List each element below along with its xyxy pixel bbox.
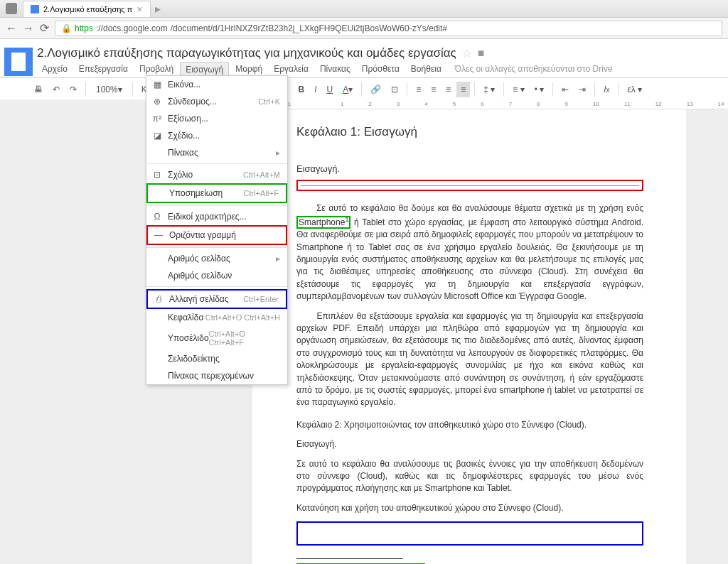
undo-button[interactable]: ↶ <box>48 82 64 97</box>
align-left-button[interactable]: ≡ <box>412 82 425 97</box>
page-break-highlight <box>296 521 643 546</box>
menu-table[interactable]: Πίνακας <box>315 62 355 77</box>
italic-button[interactable]: I <box>310 82 321 97</box>
paragraph: Σε αυτό το κεφάλαιο θα αναλύσουμε τις βα… <box>296 458 643 495</box>
horizontal-rule-highlight <box>296 180 643 191</box>
menu-file[interactable]: Αρχείο <box>37 62 73 77</box>
bold-button[interactable]: B <box>294 82 309 97</box>
menu-item-εικνα[interactable]: ▦Εικόνα... <box>146 76 287 93</box>
menu-item-ειδικοχαρακτρες[interactable]: ΩΕιδικοί χαρακτήρες... <box>146 208 287 225</box>
document-title[interactable]: 2.Λογισμικό επαύξησης παραγωγικότητας γι… <box>37 46 456 60</box>
menu-item-σχδιο[interactable]: ◪Σχέδιο... <box>146 127 287 144</box>
back-button[interactable]: ← <box>6 22 17 35</box>
browser-tab[interactable]: 2.Λογισμικό επαύξησης π × <box>23 1 151 17</box>
menu-edit[interactable]: Επεξεργασία <box>74 62 133 77</box>
print-button[interactable]: 🖶 <box>30 82 47 97</box>
tab-title: 2.Λογισμικό επαύξησης π <box>43 5 132 13</box>
menu-item-αριθμςσελδας[interactable]: Αριθμός σελίδας▸ <box>146 250 287 267</box>
menu-item-αλλαγσελδας[interactable]: ⎙Αλλαγή σελίδαςCtrl+Enter <box>146 289 287 309</box>
menu-item-κεφαλδα[interactable]: ΚεφαλίδαCtrl+Alt+O Ctrl+Alt+H <box>146 309 287 326</box>
tab-close-icon[interactable]: × <box>136 4 142 15</box>
link-button[interactable]: 🔗 <box>366 82 385 97</box>
toolbar: 🖶 ↶ ↷ 100% ▾ Κα B I U A ▾ 🔗 ⊡ ≡ ≡ ≡ ≡ ‡ … <box>0 77 728 102</box>
favicon <box>31 5 39 13</box>
browser-nav-bar: ← → ⟳ 🔒 https://docs.google.com/document… <box>0 18 728 39</box>
docs-header: 2.Λογισμικό επαύξησης παραγωγικότητας γι… <box>0 39 728 77</box>
paragraph: Επιπλέον θα εξετάσουμε εργαλεία και εφαρ… <box>296 310 643 409</box>
address-bar[interactable]: 🔒 https://docs.google.com/document/d/1Hr… <box>55 21 722 36</box>
align-justify-button[interactable]: ≡ <box>456 82 470 97</box>
browser-tab-strip: 2.Λογισμικό επαύξησης π × ▸ <box>0 0 728 18</box>
menu-item-πνακαςπεριεχομνων[interactable]: Πίνακας περιεχομένων <box>146 367 287 384</box>
insert-menu-dropdown: ▦Εικόνα...⊕Σύνδεσμος...Ctrl+Kπ²Εξίσωση..… <box>146 75 288 385</box>
folder-icon[interactable]: ■ <box>478 47 485 60</box>
section-title: Κεφάλαιο 2: Χρησιμοποιώντας τον αποθηκευ… <box>296 419 643 431</box>
menu-item-εξσωση[interactable]: π²Εξίσωση... <box>146 110 287 127</box>
menu-item-αριθμςσελδων[interactable]: Αριθμός σελίδων <box>146 267 287 284</box>
save-status: Όλες οι αλλαγές αποθηκεύονται στο Drive <box>448 62 620 77</box>
browser-profile-icon <box>6 3 17 14</box>
menu-addons[interactable]: Πρόσθετα <box>357 62 405 77</box>
redo-button[interactable]: ↷ <box>65 82 81 97</box>
reload-button[interactable]: ⟳ <box>40 21 49 35</box>
menu-help[interactable]: Βοήθεια <box>406 62 446 77</box>
menu-item-υποσλιδο[interactable]: ΥποσέλιδοCtrl+Alt+O Ctrl+Alt+F <box>146 326 287 350</box>
section-title: Εισαγωγή. <box>296 163 643 176</box>
numbered-list-button[interactable]: ≡ ▾ <box>508 82 528 97</box>
menu-item-υποσημεωση[interactable]: ΥποσημείωσηCtrl+Alt+F <box>146 183 287 203</box>
text-color-button[interactable]: A ▾ <box>338 82 357 97</box>
bulleted-list-button[interactable]: • ▾ <box>530 82 549 97</box>
comment-button[interactable]: ⊡ <box>387 82 402 97</box>
horizontal-ruler[interactable]: 21123456789101112131415161718 <box>252 99 728 109</box>
zoom-select[interactable]: 100% ▾ <box>90 82 128 97</box>
forward-button[interactable]: → <box>23 22 34 35</box>
heading-1: Κεφάλαιο 1: Εισαγωγή <box>296 124 643 141</box>
underline-button[interactable]: U <box>323 82 338 97</box>
menu-item-σνδεσμος[interactable]: ⊕Σύνδεσμος...Ctrl+K <box>146 93 287 110</box>
menu-item-πνακας[interactable]: Πίνακας▸ <box>146 144 287 161</box>
docs-logo[interactable] <box>4 48 33 76</box>
clear-formatting-button[interactable]: Ix <box>599 82 614 97</box>
align-right-button[interactable]: ≡ <box>441 82 455 97</box>
highlighted-word: Smartphone1 <box>296 216 350 229</box>
line-spacing-button[interactable]: ‡ ▾ <box>479 82 499 97</box>
menu-item-σελιδοδεκτης[interactable]: Σελιδοδείκτης <box>146 350 287 367</box>
menu-bar: Αρχείο Επεξεργασία Προβολή Εισαγωγή Μορφ… <box>37 62 728 77</box>
star-icon[interactable]: ☆ <box>462 47 472 60</box>
indent-decrease-button[interactable]: ⇤ <box>557 82 573 97</box>
footnote-separator <box>296 558 403 559</box>
url-protocol: https <box>75 23 93 33</box>
section-intro: Εισαγωγή. <box>296 438 643 450</box>
lock-icon: 🔒 <box>61 23 72 33</box>
language-input-select[interactable]: ελ ▾ <box>623 82 647 97</box>
menu-item-οριζντιαγραμμ[interactable]: —Οριζόντια γραμμή <box>146 225 287 245</box>
new-tab-button[interactable]: ▸ <box>155 2 161 16</box>
menu-item-σχλιο[interactable]: ⊡ΣχόλιοCtrl+Alt+M <box>146 166 287 183</box>
paragraph: Σε αυτό το κεφάλαιο θα δούμε και θα αναλ… <box>296 202 643 303</box>
document-container: 21123456789101112131415161718 Κεφάλαιο 1… <box>0 99 728 564</box>
indent-increase-button[interactable]: ⇥ <box>574 82 590 97</box>
align-center-button[interactable]: ≡ <box>427 82 440 97</box>
document-page[interactable]: Κεφάλαιο 1: Εισαγωγή Εισαγωγή. Σε αυτό τ… <box>252 109 686 564</box>
section-title: Κατανόηση και χρήση του αποθηκευτικού χώ… <box>296 502 643 514</box>
